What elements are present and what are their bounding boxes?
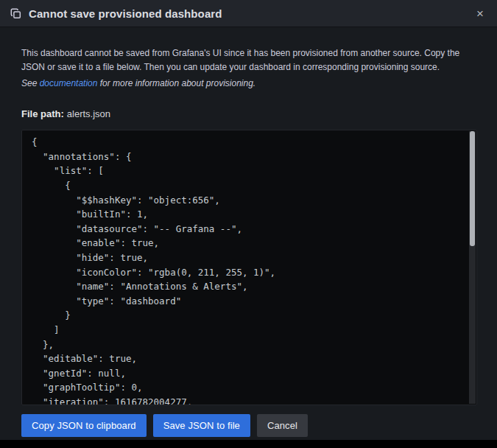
modal-header: Cannot save provisioned dashboard × — [0, 0, 497, 27]
documentation-link[interactable]: documentation — [40, 78, 98, 88]
documentation-line: See documentation for more information a… — [21, 78, 477, 88]
modal-body: This dashboard cannot be saved from Graf… — [0, 27, 497, 440]
json-code-box[interactable]: { "annotations": { "list": [ { "$$hashKe… — [21, 130, 477, 405]
json-content[interactable]: { "annotations": { "list": [ { "$$hashKe… — [22, 130, 476, 405]
see-suffix: for more information about provisioning. — [97, 78, 255, 88]
description-text: This dashboard cannot be saved from Graf… — [21, 46, 477, 74]
close-icon[interactable]: × — [473, 6, 487, 21]
scrollbar-thumb[interactable] — [470, 131, 475, 246]
file-path-value: alerts.json — [67, 108, 110, 119]
file-path-label: File path: — [21, 108, 64, 119]
save-json-button[interactable]: Save JSON to file — [153, 414, 250, 437]
file-path-line: File path:alerts.json — [21, 108, 477, 119]
provisioned-dashboard-modal: Cannot save provisioned dashboard × This… — [0, 0, 497, 440]
button-row: Copy JSON to clipboard Save JSON to file… — [21, 414, 477, 437]
see-prefix: See — [21, 78, 40, 88]
copy-icon — [10, 8, 21, 19]
modal-title: Cannot save provisioned dashboard — [29, 7, 222, 20]
scrollbar-track[interactable] — [469, 131, 476, 404]
cancel-button[interactable]: Cancel — [257, 414, 308, 437]
copy-json-button[interactable]: Copy JSON to clipboard — [21, 414, 147, 437]
